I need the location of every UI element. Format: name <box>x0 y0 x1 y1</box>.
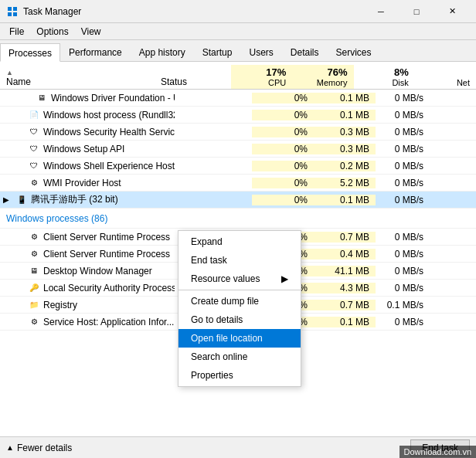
table-row-selected[interactable]: ▶ 📱 腾讯手游助手 (32 bit) 0% 0.1 MB 0 MB/s <box>0 192 476 209</box>
ctx-properties[interactable]: Properties <box>178 366 301 385</box>
table-row[interactable]: 🖥 Windows Driver Foundation - U... 0% 0.… <box>0 90 476 107</box>
svg-rect-0 <box>8 7 12 11</box>
ctx-open-file-location[interactable]: Open file location <box>178 329 301 348</box>
process-icon: 🖥 <box>28 265 40 277</box>
maximize-button[interactable]: □ <box>399 0 434 23</box>
process-icon: 🔑 <box>28 282 40 294</box>
svg-rect-3 <box>13 12 17 16</box>
submenu-arrow-icon: ▶ <box>281 273 288 284</box>
table-row[interactable]: 🛡 Windows Shell Experience Host ● 0% 0.2… <box>0 158 476 175</box>
tab-startup[interactable]: Startup <box>194 42 241 61</box>
ctx-expand[interactable]: Expand <box>178 232 301 251</box>
col-status: Status <box>155 75 231 89</box>
menu-file[interactable]: File <box>3 25 30 39</box>
ctx-divider <box>178 290 301 290</box>
tab-bar: Processes Performance App history Startu… <box>0 40 476 62</box>
table-row[interactable]: ⚙ WMI Provider Host 0% 5.2 MB 0 MB/s <box>0 175 476 192</box>
col-disk[interactable]: 8% Disk <box>354 65 415 89</box>
menu-view[interactable]: View <box>75 25 107 39</box>
window-title: Task Manager <box>23 6 81 17</box>
ctx-end-task[interactable]: End task <box>178 251 301 270</box>
col-name[interactable]: ▲ Name <box>0 67 155 89</box>
tab-performance[interactable]: Performance <box>60 42 131 61</box>
table-row[interactable]: 🛡 Windows Security Health Service 0% 0.3… <box>0 124 476 141</box>
tab-details[interactable]: Details <box>282 42 328 61</box>
close-button[interactable]: ✕ <box>434 0 470 23</box>
svg-rect-1 <box>13 7 17 11</box>
col-memory[interactable]: 76% Memory <box>292 65 353 89</box>
ctx-search-online[interactable]: Search online <box>178 348 301 366</box>
tab-services[interactable]: Services <box>328 42 380 61</box>
table-row[interactable]: 📄 Windows host process (Rundll32) 0% 0.1… <box>0 107 476 124</box>
col-net[interactable]: Net <box>415 76 476 89</box>
table-row[interactable]: 🛡 Windows Setup API 0% 0.3 MB 0 MB/s <box>0 141 476 158</box>
title-bar: Task Manager ─ □ ✕ <box>0 0 476 23</box>
main-content: ▲ Name Status 17% CPU 76% Memory 8% Disk… <box>0 62 476 436</box>
menu-bar: File Options View <box>0 23 476 40</box>
process-icon: 📁 <box>28 299 40 311</box>
process-icon: 🛡 <box>28 160 40 172</box>
ctx-create-dump[interactable]: Create dump file <box>178 292 301 310</box>
tab-processes[interactable]: Processes <box>0 43 60 62</box>
menu-options[interactable]: Options <box>30 25 74 39</box>
process-icon: 🖥 <box>36 92 48 104</box>
expand-arrow-icon: ▶ <box>3 195 12 204</box>
tab-users[interactable]: Users <box>240 42 281 61</box>
column-headers: ▲ Name Status 17% CPU 76% Memory 8% Disk… <box>0 62 476 90</box>
app-icon <box>6 5 19 18</box>
up-arrow-icon: ▲ <box>6 443 14 452</box>
tab-app-history[interactable]: App history <box>131 42 194 61</box>
process-icon: ⚙ <box>28 177 40 189</box>
process-icon: 🛡 <box>28 126 40 138</box>
process-icon: ⚙ <box>28 248 40 260</box>
fewer-details-button[interactable]: ▲ Fewer details <box>6 443 72 453</box>
process-icon: 📱 <box>15 194 28 206</box>
svg-rect-2 <box>8 12 12 16</box>
ctx-resource-values[interactable]: Resource values ▶ <box>178 270 301 288</box>
section-header-windows: Windows processes (86) <box>0 209 476 229</box>
process-icon: ⚙ <box>28 316 40 328</box>
watermark: Download.com.vn <box>400 446 476 458</box>
context-menu: Expand End task Resource values ▶ Create… <box>178 230 301 387</box>
ctx-go-to-details[interactable]: Go to details <box>178 310 301 329</box>
window-controls: ─ □ ✕ <box>363 0 470 23</box>
minimize-button[interactable]: ─ <box>363 0 399 23</box>
process-icon: 🛡 <box>28 143 40 155</box>
process-icon: ⚙ <box>28 231 40 243</box>
process-icon: 📄 <box>28 109 40 121</box>
col-cpu[interactable]: 17% CPU <box>231 65 292 89</box>
